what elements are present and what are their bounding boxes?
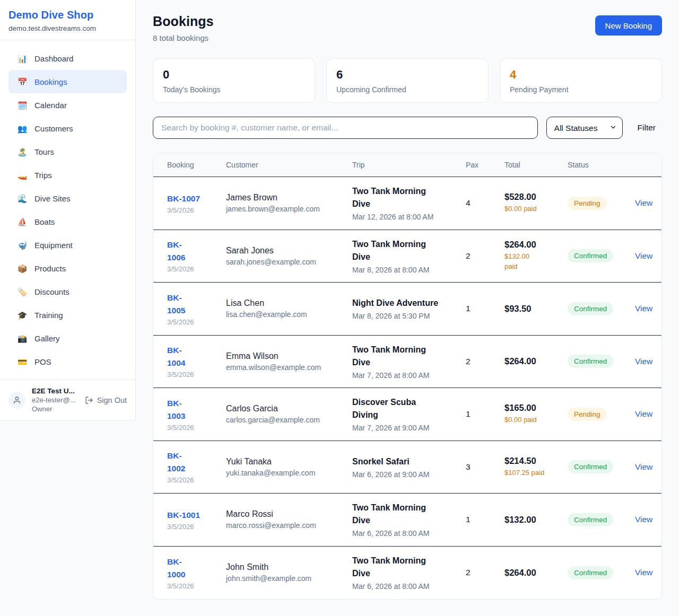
booking-date: 3/5/2026 [167, 424, 226, 432]
booking-id-link[interactable]: BK-1004 [167, 344, 226, 369]
booking-cell: BK-1000 3/5/2026 [167, 556, 226, 590]
sidebar-item-tours[interactable]: 🏝️ Tours [8, 140, 127, 163]
booking-id-link[interactable]: BK-1003 [167, 397, 226, 423]
customer-email: james.brown@example.com [226, 205, 352, 213]
table-row: BK-1002 3/5/2026 Yuki Tanaka yuki.tanaka… [153, 441, 661, 494]
col-header-trip: Trip [352, 161, 466, 169]
sidebar-item-products[interactable]: 📦 Products [8, 257, 127, 280]
trip-cell: Two Tank MorningDive Mar 8, 2026 at 8:00… [352, 238, 466, 274]
col-header-booking: Booking [167, 161, 226, 169]
sidebar-item-gallery[interactable]: 📸 Gallery [8, 327, 127, 350]
sidebar-item-calendar[interactable]: 🗓️ Calendar [8, 93, 127, 117]
view-link[interactable]: View [635, 409, 652, 419]
new-booking-button[interactable]: New Booking [595, 15, 662, 36]
trip-time: Mar 6, 2026 at 8:00 AM [352, 582, 466, 591]
actions-cell: View [635, 409, 653, 419]
customer-email: emma.wilson@example.com [226, 363, 352, 372]
paid-amount: $0.00 paid [504, 204, 568, 214]
sidebar-item-equipment[interactable]: 🤿 Equipment [8, 233, 127, 257]
boats-icon: ⛵ [17, 218, 28, 226]
stat-card: 4 Pending Payment [500, 58, 662, 103]
trip-name: Two Tank MorningDive [352, 555, 466, 580]
sidebar-item-dashboard[interactable]: 📊 Dashboard [8, 47, 127, 70]
trip-time: Mar 12, 2026 at 8:00 AM [352, 213, 466, 221]
booking-date: 3/5/2026 [167, 582, 226, 590]
page-header: Bookings 8 total bookings New Booking [153, 14, 662, 42]
table-row: BK-1000 3/5/2026 John Smith john.smith@e… [153, 547, 661, 600]
table-row: BK-1004 3/5/2026 Emma Wilson emma.wilson… [153, 336, 661, 389]
customer-cell: James Brown james.brown@example.com [226, 193, 352, 213]
booking-date: 3/5/2026 [167, 476, 226, 484]
trip-cell: Two Tank MorningDive Mar 12, 2026 at 8:0… [352, 185, 466, 221]
status-badge: Pending [568, 197, 607, 210]
sidebar-item-boats[interactable]: ⛵ Boats [8, 210, 127, 233]
view-link[interactable]: View [635, 568, 652, 577]
customer-cell: Lisa Chen lisa.chen@example.com [226, 298, 352, 319]
trip-time: Mar 8, 2026 at 5:30 PM [352, 312, 466, 320]
total-amount: $93.50 [504, 304, 568, 314]
sidebar-item-dive-sites[interactable]: 🌊 Dive Sites [8, 187, 127, 210]
total-amount: $132.00 [504, 515, 568, 525]
booking-date: 3/5/2026 [167, 371, 226, 379]
bookings-icon: 📅 [17, 78, 28, 86]
sidebar-item-training[interactable]: 🎓 Training [8, 303, 127, 327]
search-input[interactable] [153, 117, 538, 139]
trip-cell: Discover ScubaDiving Mar 7, 2026 at 9:00… [352, 396, 466, 432]
trip-time: Mar 6, 2026 at 9:00 AM [352, 470, 466, 479]
filter-button[interactable]: Filter [631, 123, 662, 133]
total-amount: $528.00 [504, 192, 568, 202]
booking-id-link[interactable]: BK-1000 [167, 556, 226, 581]
sidebar-item-label: Equipment [34, 241, 73, 250]
customer-name: James Brown [226, 193, 352, 203]
filter-row: All Statuses Filter [153, 117, 662, 139]
trip-name: Snorkel Safari [352, 455, 466, 468]
booking-id-link[interactable]: BK-1006 [167, 239, 226, 264]
booking-id-link[interactable]: BK-1005 [167, 292, 226, 317]
pax-cell: 2 [466, 251, 504, 261]
total-cell: $264.00 [504, 568, 568, 578]
table-row: BK-1007 3/5/2026 James Brown james.brown… [153, 177, 661, 230]
total-amount: $264.00 [504, 568, 568, 578]
sidebar-item-bookings[interactable]: 📅 Bookings [8, 70, 127, 93]
sidebar-nav: 📊 Dashboard 📅 Bookings 🗓️ Calendar 👥 Cus… [0, 40, 135, 380]
total-cell: $214.50 $107.25 paid [504, 456, 568, 478]
pos-icon: 💳 [17, 358, 28, 366]
view-link[interactable]: View [635, 251, 652, 261]
booking-id-link[interactable]: BK-1002 [167, 450, 226, 475]
col-header-total: Total [504, 161, 568, 169]
status-badge: Confirmed [568, 460, 613, 473]
booking-id-link[interactable]: BK-1001 [167, 509, 226, 522]
sidebar-item-label: Gallery [34, 334, 60, 343]
sign-out-button[interactable]: Sign Out [85, 396, 127, 404]
status-badge: Confirmed [568, 355, 613, 368]
gallery-icon: 📸 [17, 335, 28, 342]
sidebar-item-pos[interactable]: 💳 POS [8, 350, 127, 373]
sidebar-item-discounts[interactable]: 🏷️ Discounts [8, 280, 127, 303]
view-link[interactable]: View [635, 357, 652, 366]
customer-email: lisa.chen@example.com [226, 310, 352, 319]
trip-name: Night Dive Adventure [352, 297, 466, 310]
booking-cell: BK-1007 3/5/2026 [167, 192, 226, 214]
trip-cell: Two Tank MorningDive Mar 6, 2026 at 8:00… [352, 555, 466, 591]
actions-cell: View [635, 515, 653, 524]
pax-cell: 1 [466, 515, 504, 524]
total-cell: $264.00 [504, 356, 568, 366]
view-link[interactable]: View [635, 515, 652, 524]
status-cell: Confirmed [568, 460, 635, 473]
total-amount: $214.50 [504, 456, 568, 466]
view-link[interactable]: View [635, 462, 652, 472]
trip-name: Two Tank MorningDive [352, 501, 466, 527]
stat-label: Upcoming Confirmed [336, 85, 478, 94]
status-select[interactable]: All Statuses [546, 117, 623, 139]
view-link[interactable]: View [635, 304, 652, 313]
view-link[interactable]: View [635, 198, 652, 208]
sidebar-item-label: Dashboard [34, 54, 73, 63]
table-row: BK-1001 3/5/2026 Marco Rossi marco.rossi… [153, 494, 661, 547]
sidebar-item-label: Training [34, 311, 63, 320]
sidebar-item-customers[interactable]: 👥 Customers [8, 117, 127, 140]
booking-id-link[interactable]: BK-1007 [167, 192, 226, 205]
customer-name: Emma Wilson [226, 351, 352, 361]
pax-cell: 1 [466, 409, 504, 419]
products-icon: 📦 [17, 265, 28, 272]
sidebar-item-trips[interactable]: 🚤 Trips [8, 163, 127, 187]
